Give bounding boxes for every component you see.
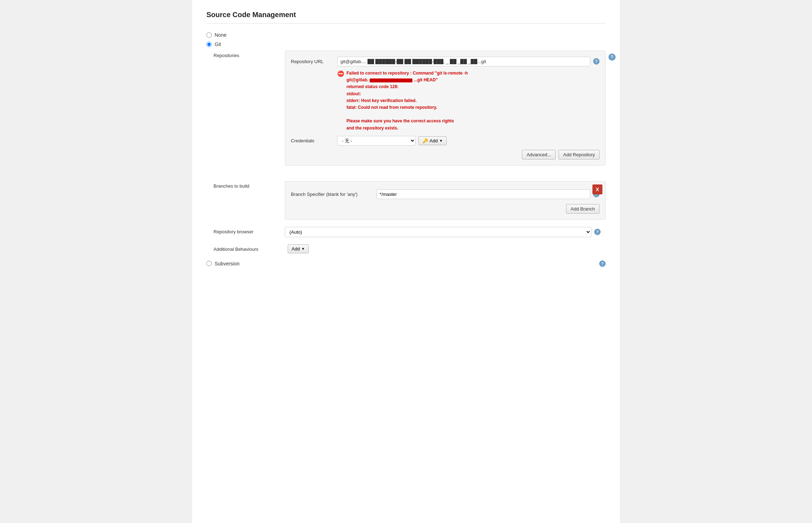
error-line3: returned status code 128: <box>346 84 399 89</box>
radio-subversion-label: Subversion <box>215 261 240 266</box>
branch-actions: Add Branch <box>291 204 600 214</box>
error-line5: stderr: Host key verification failed. <box>346 98 417 103</box>
behaviours-content: Add ▼ <box>285 244 606 253</box>
credentials-row: Credentials - 无 - 🔑 Add ▼ <box>291 136 600 146</box>
repo-url-input[interactable] <box>337 57 590 66</box>
error-line4: stdout: <box>346 91 361 96</box>
browser-select[interactable]: (Auto) <box>285 227 591 237</box>
subversion-help-icon[interactable]: ? <box>599 260 606 267</box>
branch-specifier-input[interactable] <box>376 189 590 199</box>
error-advice1: Please make sure you have the correct ac… <box>346 118 454 123</box>
error-icon: ⛔ <box>337 70 344 77</box>
browser-help-icon[interactable]: ? <box>594 229 601 235</box>
branches-row: Branches to build X Branch Specifier (bl… <box>214 181 606 220</box>
credentials-label: Credentials <box>291 138 337 143</box>
repo-url-label: Repository URL <box>291 57 337 64</box>
branch-box: X Branch Specifier (blank for 'any') ? A… <box>285 181 606 220</box>
add-repository-button[interactable]: Add Repository <box>559 150 600 159</box>
repositories-row: Repositories ? Repository URL ? <box>214 51 606 174</box>
branch-specifier-label: Branch Specifier (blank for 'any') <box>291 192 376 197</box>
section-title: Source Code Management <box>206 11 606 24</box>
git-settings: Repositories ? Repository URL ? <box>214 51 606 253</box>
radio-none[interactable] <box>206 32 212 38</box>
subversion-row: Subversion ? <box>206 260 606 267</box>
browser-label: Repository browser <box>214 227 285 234</box>
page-container: Source Code Management None Git Reposito… <box>192 0 620 523</box>
add-credentials-label: Add <box>430 138 438 143</box>
radio-option-none[interactable]: None <box>206 32 606 38</box>
radio-option-subversion[interactable]: Subversion <box>206 261 240 266</box>
branches-label: Branches to build <box>214 181 285 189</box>
error-text: Failed to connect to repository : Comman… <box>346 70 468 132</box>
behaviours-row: Additional Behaviours Add ▼ <box>214 244 606 253</box>
error-line6: fatal: Could not read from remote reposi… <box>346 105 437 110</box>
scm-options: None Git Repositories ? R <box>206 32 606 267</box>
repositories-label: Repositories <box>214 51 285 58</box>
dropdown-arrow-icon: ▼ <box>439 139 443 143</box>
add-credentials-button[interactable]: 🔑 Add ▼ <box>418 136 447 145</box>
error-block: ⛔ Failed to connect to repository : Comm… <box>337 70 600 132</box>
advanced-button[interactable]: Advanced... <box>522 150 556 159</box>
branch-specifier-row: Branch Specifier (blank for 'any') ? <box>291 189 600 199</box>
error-advice2: and the repository exists. <box>346 126 398 131</box>
repo-box: Repository URL ? ⛔ Failed to connect to … <box>285 51 606 166</box>
browser-content: (Auto) ? <box>285 227 606 237</box>
add-behaviour-button[interactable]: Add ▼ <box>288 244 309 253</box>
repositories-content: ? Repository URL ? ⛔ <box>285 51 606 174</box>
error-line1: Failed to connect to repository : Comman… <box>346 71 468 76</box>
repo-outer: ? Repository URL ? ⛔ <box>285 51 606 166</box>
add-behaviour-arrow-icon: ▼ <box>301 247 305 251</box>
branches-content: X Branch Specifier (blank for 'any') ? A… <box>285 181 606 220</box>
add-behaviour-label: Add <box>292 246 300 252</box>
behaviours-label: Additional Behaviours <box>214 244 285 252</box>
repo-actions: Advanced... Add Repository <box>291 150 600 159</box>
radio-git-label: Git <box>215 41 221 47</box>
radio-option-git[interactable]: Git <box>206 41 606 47</box>
repositories-help-icon[interactable]: ? <box>608 54 616 61</box>
key-icon: 🔑 <box>422 138 428 143</box>
add-branch-button[interactable]: Add Branch <box>566 204 600 214</box>
remove-branch-button[interactable]: X <box>592 184 602 194</box>
radio-none-label: None <box>215 32 226 38</box>
repo-url-help-icon[interactable]: ? <box>593 58 600 65</box>
radio-git[interactable] <box>206 42 212 47</box>
credentials-select[interactable]: - 无 - <box>337 136 416 146</box>
error-line2: git@gitlab. ...git HEAD" <box>346 77 438 82</box>
browser-row: Repository browser (Auto) ? <box>214 227 606 237</box>
radio-subversion[interactable] <box>206 261 212 266</box>
repo-url-row: Repository URL ? <box>291 57 600 66</box>
